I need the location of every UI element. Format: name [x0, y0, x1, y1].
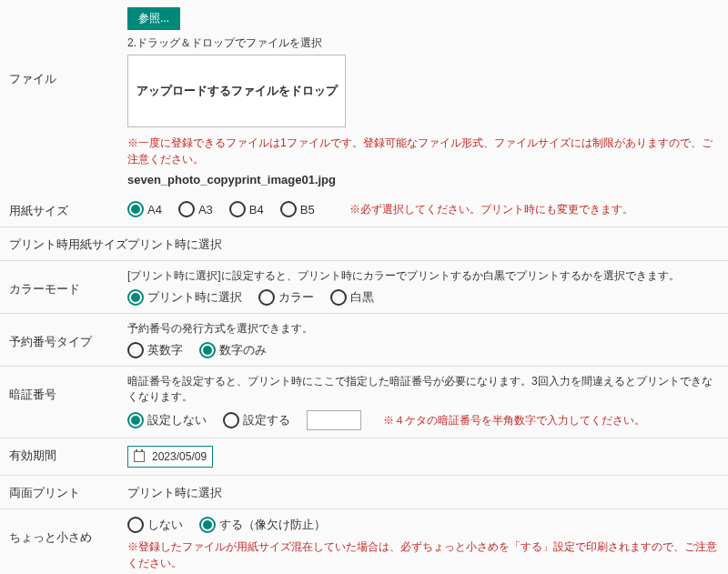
color-mode-desc: [プリント時に選択]に設定すると、プリント時にカラーでプリントするか白黒でプリン… — [127, 268, 719, 284]
shrink-label: ちょっと小さめ — [9, 517, 127, 546]
validity-label: 有効期間 — [9, 446, 127, 464]
shrink-warn: ※登録したファイルが用紙サイズ混在していた場合は、必ずちょっと小さめを「する」設… — [127, 539, 719, 571]
shrink-on[interactable]: する（像欠け防止） — [199, 517, 326, 533]
file-warn: ※一度に登録できるファイルは1ファイルです。登録可能なファイル形式、ファイルサイ… — [127, 135, 719, 167]
file-label: ファイル — [9, 7, 127, 87]
reservation-type-label: 予約番号タイプ — [9, 321, 127, 350]
color-mode-mono[interactable]: 白黒 — [330, 289, 374, 306]
pin-label: 暗証番号 — [9, 374, 127, 403]
paper-size-a4[interactable]: A4 — [127, 201, 162, 217]
validity-date-picker[interactable]: 2023/05/09 — [127, 446, 213, 468]
reservation-numeric[interactable]: 数字のみ — [199, 342, 267, 358]
drop-zone-text: アップロードするファイルをドロップ — [136, 83, 338, 99]
calendar-icon — [134, 451, 145, 462]
reservation-alnum[interactable]: 英数字 — [127, 342, 183, 358]
pin-desc: 暗証番号を設定すると、プリント時にここで指定した暗証番号が必要になります。3回入… — [127, 374, 719, 405]
duplex-value: プリント時に選択 — [127, 483, 719, 501]
pin-input[interactable] — [307, 410, 361, 430]
paper-size-a3[interactable]: A3 — [178, 201, 213, 217]
duplex-label: 両面プリント — [9, 483, 127, 501]
paper-size-b5[interactable]: B5 — [280, 201, 315, 217]
pin-on[interactable]: 設定する — [223, 412, 290, 428]
color-mode-color[interactable]: カラー — [258, 289, 314, 306]
uploaded-filename: seven_photo_copyprint_image01.jpg — [127, 173, 719, 186]
reservation-type-desc: 予約番号の発行方式を選択できます。 — [127, 321, 719, 337]
drop-zone[interactable]: アップロードするファイルをドロップ — [127, 55, 346, 127]
color-mode-label: カラーモード — [9, 268, 127, 297]
paper-size-label: 用紙サイズ — [9, 201, 127, 219]
browse-button[interactable]: 参照... — [127, 7, 180, 30]
validity-date-value: 2023/05/09 — [152, 450, 207, 463]
color-mode-auto[interactable]: プリント時に選択 — [127, 289, 242, 306]
paper-size-b4[interactable]: B4 — [229, 201, 264, 217]
pin-warn: ※４ケタの暗証番号を半角数字で入力してください。 — [383, 413, 645, 428]
print-paper-size-value: プリント時に選択 — [127, 235, 719, 253]
drag-drop-heading: 2.ドラッグ＆ドロップでファイルを選択 — [127, 35, 719, 51]
pin-off[interactable]: 設定しない — [127, 412, 207, 428]
paper-size-warn: ※必ず選択してください。プリント時にも変更できます。 — [349, 202, 633, 217]
shrink-off[interactable]: しない — [127, 517, 183, 533]
print-paper-size-label: プリント時用紙サイズ — [9, 235, 127, 253]
